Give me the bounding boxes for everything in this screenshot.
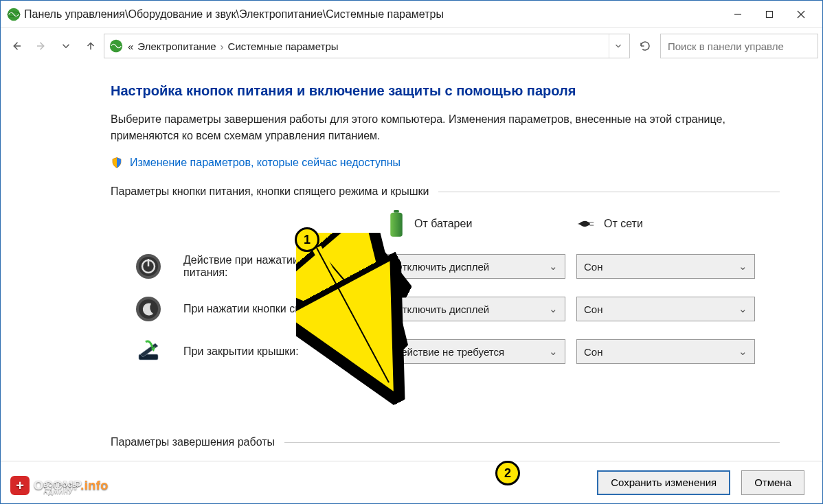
power-button-ac-select[interactable]: Сон ⌄ xyxy=(576,254,755,279)
close-button[interactable] xyxy=(785,3,817,25)
group-header-shutdown: Параметры завершения работы xyxy=(111,436,780,448)
power-button-battery-select[interactable]: Отключить дисплей ⌄ xyxy=(387,254,565,279)
search-box[interactable] xyxy=(660,34,818,58)
cancel-button[interactable]: Отмена xyxy=(741,470,804,495)
svg-rect-3 xyxy=(767,11,773,17)
divider xyxy=(284,442,780,443)
breadcrumb-item[interactable]: Системные параметры xyxy=(228,41,339,52)
content-pane: Настройка кнопок питания и включение защ… xyxy=(1,68,822,461)
button-label: Сохранить изменения xyxy=(611,477,717,488)
chevron-down-icon: ⌄ xyxy=(739,345,747,358)
chevron-down-icon: ⌄ xyxy=(739,303,747,315)
group-header-label: Параметры кнопки питания, кнопки спящего… xyxy=(111,185,429,198)
svg-rect-10 xyxy=(390,213,403,237)
chevron-right-icon: › xyxy=(221,41,224,52)
lid-close-ac-select[interactable]: Сон ⌄ xyxy=(576,339,755,364)
refresh-button[interactable] xyxy=(631,34,659,58)
column-header-label: От батареи xyxy=(414,218,472,230)
row-label-power-button: Действие при нажатии кнопки питания: xyxy=(183,254,376,279)
divider xyxy=(438,192,780,192)
group-header-buttons: Параметры кнопки питания, кнопки спящего… xyxy=(111,185,780,198)
maximize-button[interactable] xyxy=(754,3,785,25)
column-header-ac: От сети xyxy=(576,210,755,238)
sleep-button-ac-select[interactable]: Сон ⌄ xyxy=(576,297,755,321)
select-value: Отключить дисплей xyxy=(394,261,489,273)
select-value: Сон xyxy=(584,261,602,273)
control-panel-icon xyxy=(109,38,124,54)
nav-back-button[interactable] xyxy=(5,34,28,58)
nav-recent-dropdown[interactable] xyxy=(54,34,78,58)
nav-forward-button[interactable] xyxy=(30,34,53,58)
svg-rect-9 xyxy=(394,210,399,213)
control-panel-icon xyxy=(6,7,21,22)
navbar: « Электропитание › Системные параметры xyxy=(1,28,822,64)
lid-close-icon xyxy=(135,338,162,365)
chevron-down-icon: ⌄ xyxy=(549,345,558,358)
link-text: Изменение параметров, которые сейчас нед… xyxy=(130,157,401,169)
breadcrumb-item[interactable]: Электропитание xyxy=(137,41,216,52)
select-value: Отключить дисплей xyxy=(394,303,489,315)
window-title: Панель управления\Оборудование и звук\Эл… xyxy=(21,8,722,21)
chevron-down-icon: ⌄ xyxy=(739,260,747,273)
select-value: Действие не требуется xyxy=(394,346,504,358)
column-header-battery: От батареи xyxy=(387,210,565,238)
page-title: Настройка кнопок питания и включение защ… xyxy=(111,83,780,99)
chevron-down-icon: ⌄ xyxy=(549,260,558,273)
ocomp-logo: + OCOMP.info ВОПРОСЫ АДМИНУ xyxy=(10,476,109,495)
breadcrumb-dropdown[interactable] xyxy=(609,34,627,58)
chevron-down-icon: ⌄ xyxy=(549,303,558,315)
button-bar: Сохранить изменения Отмена xyxy=(1,461,822,503)
search-input[interactable] xyxy=(666,40,812,53)
save-button[interactable]: Сохранить изменения xyxy=(597,470,730,495)
select-value: Сон xyxy=(584,303,602,315)
change-unavailable-settings-link[interactable]: Изменение параметров, которые сейчас нед… xyxy=(111,157,780,169)
select-value: Сон xyxy=(584,346,602,358)
breadcrumb[interactable]: « Электропитание › Системные параметры xyxy=(104,34,630,58)
page-description: Выберите параметры завершения работы для… xyxy=(111,111,756,144)
row-label-sleep-button: При нажатии кнопки сна: xyxy=(183,303,376,315)
sleep-button-icon xyxy=(135,295,162,323)
group-header-label: Параметры завершения работы xyxy=(111,436,275,448)
power-settings-grid: От батареи От сети Действие при нажатии … xyxy=(111,210,780,365)
battery-icon xyxy=(387,210,406,238)
power-button-icon xyxy=(135,253,162,280)
svg-rect-12 xyxy=(590,225,594,225)
button-label: Отмена xyxy=(754,477,791,488)
sleep-button-battery-select[interactable]: Отключить дисплей ⌄ xyxy=(387,297,565,321)
minimize-button[interactable] xyxy=(722,3,754,25)
shield-icon xyxy=(111,157,123,169)
plus-icon: + xyxy=(10,476,30,495)
breadcrumb-prefix[interactable]: « xyxy=(128,41,133,52)
svg-rect-11 xyxy=(590,222,594,222)
logo-subtitle: ВОПРОСЫ АДМИНУ xyxy=(43,481,109,495)
column-header-label: От сети xyxy=(604,218,643,230)
titlebar: Панель управления\Оборудование и звук\Эл… xyxy=(1,1,822,28)
nav-up-button[interactable] xyxy=(79,34,102,58)
lid-close-battery-select[interactable]: Действие не требуется ⌄ xyxy=(387,339,565,364)
row-label-lid-close: При закрытии крышки: xyxy=(183,345,376,358)
plug-icon xyxy=(576,210,596,238)
